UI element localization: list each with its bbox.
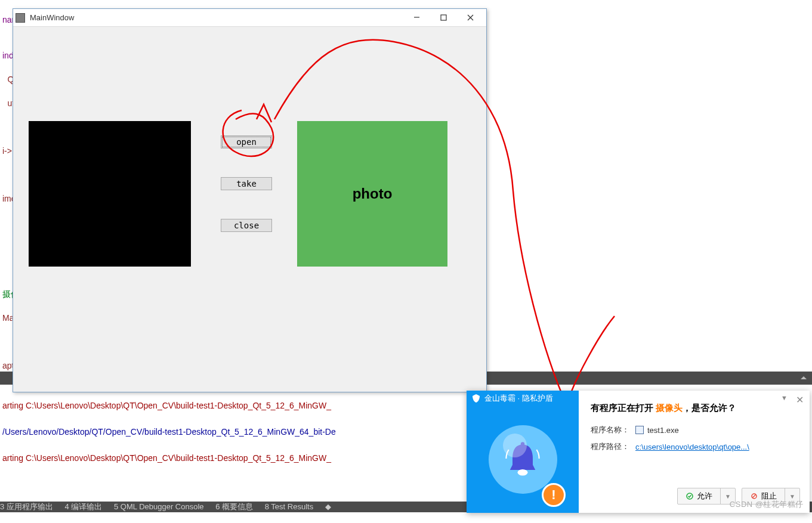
tab-app-output[interactable]: 3 应用程序输出 [0, 502, 53, 512]
av-message: 有程序正在打开 摄像头，是否允许？ [591, 403, 798, 414]
tab-test[interactable]: 8 Test Results [265, 502, 313, 512]
photo-label: photo [353, 185, 393, 202]
take-button[interactable]: take [221, 177, 272, 190]
watermark: CSDN @桂花年糕仔 [730, 499, 804, 510]
antivirus-popup: 金山毒霸 · 隐私护盾 ! ▼ ✕ 有程序正在打开 摄像头，是否允许？ [467, 391, 810, 513]
tab-chevron-icon[interactable]: ◆ [325, 502, 331, 512]
av-bell-graphic: ! [467, 406, 579, 513]
app-icon [16, 13, 25, 23]
tab-summary[interactable]: 6 概要信息 [215, 502, 253, 512]
maximize-button[interactable] [430, 9, 457, 26]
camera-view [29, 121, 191, 267]
close-camera-button[interactable]: close [221, 219, 272, 232]
warning-badge-icon: ! [542, 483, 566, 507]
av-right-panel: ▼ ✕ 有程序正在打开 摄像头，是否允许？ 程序名称： test1.exe 程序… [579, 391, 810, 513]
qt-main-window: MainWindow open take close photo [13, 8, 487, 392]
check-icon [686, 492, 694, 500]
exe-icon [635, 426, 644, 434]
av-left-panel: 金山毒霸 · 隐私护盾 ! [467, 391, 579, 513]
photo-panel: photo [297, 121, 447, 267]
av-close-icon[interactable]: ✕ [796, 394, 804, 406]
svg-rect-1 [441, 15, 446, 20]
av-program-name-row: 程序名称： test1.exe [591, 425, 798, 435]
minimize-button[interactable] [403, 9, 430, 26]
expand-icon[interactable] [795, 372, 812, 385]
av-program-path-row: 程序路径： c:\users\lenovo\desktop\qt\ope...\ [591, 441, 798, 452]
av-title: 金山毒霸 · 隐私护盾 [467, 391, 579, 406]
av-menu-icon[interactable]: ▼ [781, 394, 788, 406]
close-button[interactable] [457, 9, 484, 26]
tab-compile[interactable]: 4 编译输出 [65, 502, 103, 512]
tab-qml[interactable]: 5 QML Debugger Console [114, 502, 204, 512]
open-button[interactable]: open [221, 135, 272, 148]
window-titlebar[interactable]: MainWindow [13, 9, 486, 27]
svg-line-8 [752, 494, 756, 498]
svg-point-4 [518, 469, 528, 475]
window-title: MainWindow [30, 13, 403, 22]
av-program-name: test1.exe [647, 426, 679, 435]
allow-button[interactable]: 允许 ▼ [677, 488, 736, 505]
av-program-path-link[interactable]: c:\users\lenovo\desktop\qt\ope...\ [635, 442, 749, 451]
